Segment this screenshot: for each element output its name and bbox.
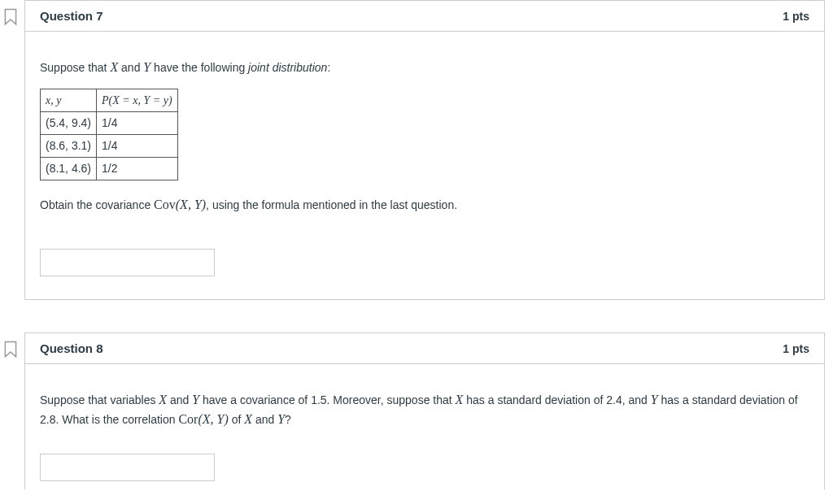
table-header-p: P(X = x, Y = y) bbox=[97, 89, 178, 112]
bookmark-icon[interactable] bbox=[3, 8, 18, 26]
table-row: (8.6, 3.1) 1/4 bbox=[41, 135, 178, 158]
question-body: Suppose that X and Y have the following … bbox=[25, 32, 824, 299]
question-card-7: Question 7 1 pts Suppose that X and Y ha… bbox=[24, 0, 825, 300]
table-row: (5.4, 9.4) 1/4 bbox=[41, 112, 178, 135]
joint-dist-link: joint distribution bbox=[248, 61, 327, 74]
question-block-7: Question 7 1 pts Suppose that X and Y ha… bbox=[0, 0, 833, 300]
question-title: Question 8 bbox=[40, 341, 103, 355]
question-text: Suppose that variables X and Y have a co… bbox=[40, 390, 809, 429]
question-block-8: Question 8 1 pts Suppose that variables … bbox=[0, 332, 833, 489]
answer-input-q7[interactable] bbox=[40, 249, 215, 276]
question-header: Question 7 1 pts bbox=[25, 1, 824, 32]
intro-text: Suppose that X and Y have the following … bbox=[40, 58, 809, 77]
question-title: Question 7 bbox=[40, 9, 103, 23]
instruction-text: Obtain the covariance Cov(X, Y), using t… bbox=[40, 195, 809, 215]
question-card-8: Question 8 1 pts Suppose that variables … bbox=[24, 332, 825, 489]
table-header-row: x, y P(X = x, Y = y) bbox=[41, 89, 178, 112]
question-points: 1 pts bbox=[783, 342, 809, 355]
answer-input-q8[interactable] bbox=[40, 454, 215, 481]
question-points: 1 pts bbox=[783, 10, 809, 23]
bookmark-icon[interactable] bbox=[3, 341, 18, 358]
question-body: Suppose that variables X and Y have a co… bbox=[25, 364, 824, 489]
question-header: Question 8 1 pts bbox=[25, 333, 824, 364]
table-row: (8.1, 4.6) 1/2 bbox=[41, 158, 178, 180]
distribution-table: x, y P(X = x, Y = y) (5.4, 9.4) 1/4 (8.6… bbox=[40, 89, 178, 180]
table-header-xy: x, y bbox=[41, 89, 97, 112]
